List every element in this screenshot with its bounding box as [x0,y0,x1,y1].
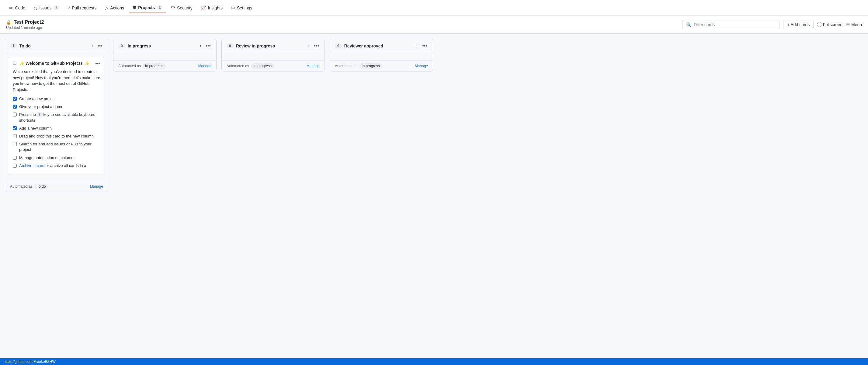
card-menu-button-welcome-card[interactable]: ••• [95,61,100,66]
fullscreen-icon: ⛶ [817,22,822,27]
column-count-review-in-progress: 0 [226,43,234,48]
column-title-section-reviewer-approved: 0 Reviewer approved [335,43,383,48]
checklist-checkbox-c8[interactable] [13,164,17,168]
manage-link-todo[interactable]: Manage [90,184,103,189]
board: 1 To do + ••• ☐ ✨ Welcome to GitHub Proj… [0,34,868,362]
projects-icon: ⊞ [133,5,136,10]
checklist-checkbox-c7[interactable] [13,156,17,160]
insights-icon: 📈 [201,5,206,10]
project-header: 🔒 Test Project2 Updated 1 minute ago 🔍 +… [0,16,868,34]
menu-label: Menu [851,22,862,27]
status-url: https://github.com/FrookeBZHW [4,360,56,362]
archive-link[interactable]: Archive a card [19,163,44,168]
projects-badge: 2 [157,5,162,10]
nav-security[interactable]: 🛡 Security [167,3,196,13]
project-title: 🔒 Test Project2 [6,20,44,25]
column-count-todo: 1 [10,43,17,48]
column-menu-button-todo[interactable]: ••• [97,42,103,49]
menu-button[interactable]: ☰ Menu [846,22,862,27]
checklist-item-c1: Create a new project [13,96,100,101]
column-footer-todo: Automated as To do Manage [5,181,108,192]
automated-as-in-progress: Automated as In progress [118,63,166,69]
checklist-label-c4: Add a new column [19,126,52,131]
filter-cards-input[interactable] [694,22,776,27]
checklist-label-c5: Drag and drop this card to the new colum… [19,133,94,139]
automated-as-todo: Automated as To do [10,184,48,189]
column-add-button-reviewer-approved[interactable]: + [415,42,419,49]
nav-projects[interactable]: ⊞ Projects 2 [129,3,166,13]
add-cards-button[interactable]: + Add cards [783,20,813,29]
checklist-label-c6: Search for and add issues or PRs to your… [19,142,100,152]
pull-requests-icon: ⑂ [67,5,70,10]
manage-link-review-in-progress[interactable]: Manage [307,64,320,68]
checklist-label-c2: Give your project a name [19,104,63,110]
nav-issues-label: Issues [39,5,52,10]
column-count-reviewer-approved: 0 [335,43,342,48]
project-subtitle: Updated 1 minute ago [6,26,44,30]
fullscreen-button[interactable]: ⛶ Fullscreen [817,22,842,27]
project-title-section: 🔒 Test Project2 Updated 1 minute ago [6,20,44,30]
automated-as-label-in-progress: Automated as [118,64,141,68]
column-menu-button-reviewer-approved[interactable]: ••• [422,42,428,49]
nav-settings-label: Settings [237,5,252,10]
checklist-checkbox-c6[interactable] [13,142,17,146]
manage-link-reviewer-approved[interactable]: Manage [415,64,428,68]
menu-icon: ☰ [846,22,850,27]
nav-settings[interactable]: ⚙ Settings [227,3,256,13]
card-body-welcome-card: We're so excited that you've decided to … [13,69,100,92]
checklist-item-c8: Archive a card or archive all cards in a [13,163,100,169]
automated-as-reviewer-approved: Automated as In progress [335,63,382,69]
nav-projects-label: Projects [138,5,155,10]
checklist-item-c5: Drag and drop this card to the new colum… [13,133,100,139]
code-icon: <> [8,5,13,10]
column-header-reviewer-approved: 0 Reviewer approved + ••• [330,39,433,53]
status-bar: https://github.com/FrookeBZHW [0,358,868,362]
project-actions: 🔍 + Add cards ⛶ Fullscreen ☰ Menu [682,20,862,29]
nav-issues[interactable]: ◎ Issues 1 [30,3,63,13]
checklist-label-c1: Create a new project [19,96,56,101]
card-welcome-card: ☐ ✨ Welcome to GitHub Projects ✨ ••• We'… [9,57,104,175]
issues-badge: 1 [54,6,59,10]
column-menu-button-review-in-progress[interactable]: ••• [313,42,320,49]
column-title-review-in-progress: Review in progress [236,43,275,48]
checklist-label-c8: Archive a card or archive all cards in a [19,163,86,169]
column-title-section-todo: 1 To do [10,43,31,48]
nav-insights[interactable]: 📈 Insights [197,3,226,13]
column-body-in-progress [114,53,216,61]
column-todo: 1 To do + ••• ☐ ✨ Welcome to GitHub Proj… [5,39,108,192]
nav-actions[interactable]: ▷ Actions [101,3,128,13]
checklist-label-c7: Manage automation on columns [19,155,75,161]
add-cards-label: + Add cards [787,22,810,27]
column-body-reviewer-approved [330,53,433,61]
column-title-in-progress: In progress [128,43,151,48]
checklist-item-c3: Press the ? key to see available keyboar… [13,112,100,123]
automated-as-label-review-in-progress: Automated as [226,64,249,68]
checklist-checkbox-c1[interactable] [13,97,17,101]
column-actions-todo: + ••• [90,42,103,49]
nav-code[interactable]: <> Code [5,3,29,13]
column-body-review-in-progress [222,53,324,61]
settings-icon: ⚙ [231,5,235,10]
manage-link-in-progress[interactable]: Manage [198,64,211,68]
issues-icon: ◎ [34,5,37,10]
filter-input-container: 🔍 [682,20,779,29]
checklist-checkbox-c4[interactable] [13,126,17,130]
column-count-in-progress: 0 [118,43,125,48]
top-nav: <> Code ◎ Issues 1 ⑂ Pull requests ▷ Act… [0,0,868,16]
column-add-button-todo[interactable]: + [90,42,94,49]
automated-as-badge-todo: To do [34,184,48,189]
column-title-todo: To do [20,43,31,48]
checklist-checkbox-c3[interactable] [13,113,17,117]
automated-as-label-todo: Automated as [10,184,33,189]
checklist-item-c6: Search for and add issues or PRs to your… [13,142,100,152]
checklist-item-c4: Add a new column [13,126,100,131]
card-header-welcome-card: ☐ ✨ Welcome to GitHub Projects ✨ ••• [13,61,100,66]
card-title-row-welcome-card: ☐ ✨ Welcome to GitHub Projects ✨ [13,61,89,66]
column-menu-button-in-progress[interactable]: ••• [205,42,211,49]
nav-pull-requests[interactable]: ⑂ Pull requests [64,3,100,13]
column-add-button-in-progress[interactable]: + [198,42,203,49]
checklist-checkbox-c5[interactable] [13,134,17,138]
column-reviewer-approved: 0 Reviewer approved + ••• Automated as I… [330,39,433,71]
column-add-button-review-in-progress[interactable]: + [307,42,311,49]
checklist-checkbox-c2[interactable] [13,104,17,109]
